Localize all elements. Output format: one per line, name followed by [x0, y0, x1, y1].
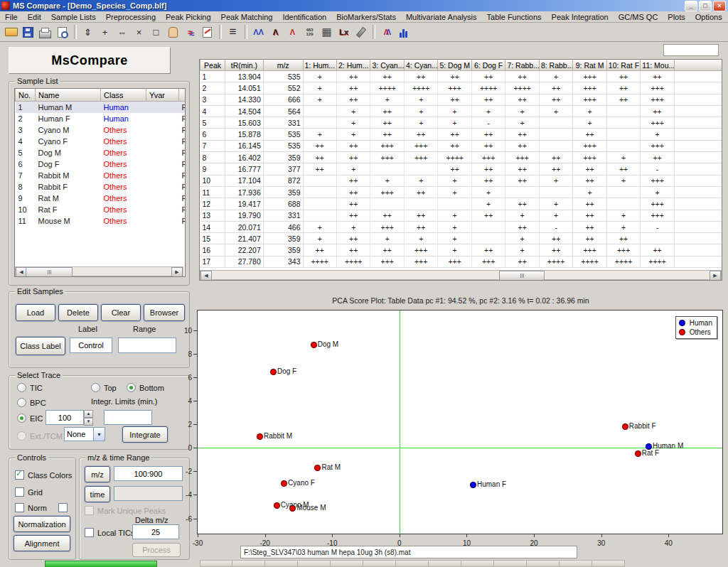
- grid-checkbox[interactable]: Grid: [15, 487, 43, 497]
- peak-row[interactable]: 1521.407359+++++++++++++: [200, 233, 722, 244]
- eic-mz-input[interactable]: 100: [46, 410, 84, 425]
- peak-col-header[interactable]: 9: Rat M: [573, 60, 606, 71]
- mz-range-input[interactable]: 100:900: [114, 466, 183, 481]
- chromatogram-icon[interactable]: ΛΛ: [250, 24, 267, 40]
- menu-options[interactable]: Options: [690, 13, 727, 21]
- table-grid-icon[interactable]: ▦: [318, 24, 335, 40]
- clear-button[interactable]: Clear: [101, 304, 141, 321]
- edit-trace-icon[interactable]: [199, 24, 215, 40]
- pan-cross-icon[interactable]: +: [97, 24, 113, 40]
- sample-row-dog-m[interactable]: 5Dog MOthersF: [16, 147, 186, 158]
- sample-row-cyano-m[interactable]: 3Cyano MOthersF: [16, 124, 186, 136]
- scroll-right-arrow-icon[interactable]: ▶: [171, 267, 183, 277]
- range-input[interactable]: [118, 338, 176, 353]
- peak-row[interactable]: 816.402359++++++++++++++++++++++++++++: [200, 152, 722, 163]
- menu-plots[interactable]: Plots: [663, 13, 690, 21]
- peak-row[interactable]: 1017.104872++++++++++++++++: [200, 175, 722, 186]
- peak-col-header[interactable]: 8: Rabb...: [539, 60, 572, 71]
- top-radio[interactable]: Top: [91, 383, 117, 392]
- peak-row[interactable]: 1420.071466++++++++++-+++-: [200, 221, 722, 232]
- zoom-window-icon[interactable]: □: [148, 24, 164, 40]
- peak-col-header[interactable]: 1: Hum...: [303, 60, 336, 71]
- peak-table-header[interactable]: PeaktR(min.)m/z1: Hum...2: Hum...3: Cyan…: [200, 60, 722, 71]
- menu-sample-lists[interactable]: Sample Lists: [46, 13, 101, 21]
- menu-multivariate-analysis[interactable]: Multivariate Analysis: [401, 13, 482, 21]
- preview-icon[interactable]: [54, 24, 70, 40]
- pan-hand-icon[interactable]: [165, 24, 181, 40]
- sample-col-header[interactable]: Name: [36, 89, 101, 102]
- fit-vertical-icon[interactable]: ⇕: [80, 24, 96, 40]
- close-button[interactable]: ×: [713, 1, 726, 11]
- overlay-traces-icon[interactable]: ≈: [182, 24, 198, 40]
- thick-bars-icon[interactable]: ≡: [225, 24, 241, 40]
- peak-col-header[interactable]: 10: Rat F: [606, 60, 640, 71]
- time-button[interactable]: time: [85, 486, 110, 502]
- sample-row-rat-m[interactable]: 9Rat MOthersF: [16, 193, 186, 204]
- print-icon[interactable]: [37, 24, 53, 40]
- bpc-radio[interactable]: BPC: [17, 398, 46, 407]
- trace-dropdown[interactable]: None: [64, 427, 105, 441]
- sample-list-hscrollbar[interactable]: ◀ ▶: [15, 266, 183, 276]
- open-folder-icon[interactable]: [3, 24, 19, 40]
- sample-col-header[interactable]: No.: [16, 89, 36, 102]
- bar-chart-icon[interactable]: [395, 24, 412, 40]
- peak-magnify-icon[interactable]: Λ: [267, 24, 284, 40]
- peak-col-header[interactable]: m/z: [263, 60, 303, 71]
- label-input[interactable]: Control: [70, 338, 112, 353]
- sample-col-header[interactable]: Class: [101, 89, 146, 102]
- sample-row-human-f[interactable]: 2Human FHumanF: [16, 113, 186, 124]
- sample-row-human-m[interactable]: 1Human MHumanF: [16, 102, 186, 114]
- peak-col-header[interactable]: Peak: [200, 60, 225, 71]
- peak-row[interactable]: 1622.207359+++++++++++++++++++++++: [200, 244, 722, 256]
- eic-radio[interactable]: EIC: [17, 414, 43, 423]
- class-label-button[interactable]: Class Label: [16, 337, 65, 355]
- menu-peak-picking[interactable]: Peak Picking: [161, 13, 216, 21]
- menu-identification[interactable]: Identification: [277, 13, 331, 21]
- peak-row[interactable]: 1117.936359+++++++++++: [200, 186, 722, 198]
- sample-row-rat-f[interactable]: 10Rat FOthersF: [16, 204, 186, 215]
- load-button[interactable]: Load: [16, 304, 55, 321]
- peak-col-header[interactable]: 3: Cyan...: [370, 60, 404, 71]
- peak-annotate-icon[interactable]: Λ: [284, 24, 301, 40]
- menu-preprocessing[interactable]: Preprocessing: [101, 13, 161, 21]
- peak-col-header[interactable]: 6: Dog F: [471, 60, 505, 71]
- bottom-radio[interactable]: Bottom: [127, 383, 164, 392]
- class-colors-checkbox[interactable]: Class Colors: [15, 470, 72, 480]
- eic-spinner[interactable]: ▲▼: [84, 410, 93, 425]
- maximize-button[interactable]: □: [699, 1, 712, 11]
- extra-checkbox[interactable]: [58, 503, 68, 512]
- peak-row[interactable]: 615.878535+++++++++++++++: [200, 129, 722, 140]
- save-icon[interactable]: [20, 24, 36, 40]
- scrollbar-thumb[interactable]: [499, 271, 545, 281]
- peak-col-header[interactable]: 7: Rabb...: [505, 60, 539, 71]
- peak-row[interactable]: 314.330666+++++++++++++++++++++: [200, 94, 722, 105]
- peak-col-header[interactable]: tR(min.): [225, 60, 264, 71]
- peak-row[interactable]: 1319.790331+++++++++++++++++: [200, 210, 722, 221]
- norm-checkbox[interactable]: Norm: [15, 503, 47, 512]
- file-path-textbox[interactable]: F:\Steg_SLV347\03 human M hepa 10ug 3h (…: [240, 546, 577, 558]
- fit-horizontal-icon[interactable]: ⇔: [114, 24, 130, 40]
- scrollbar-thumb[interactable]: [26, 267, 73, 277]
- peak-row[interactable]: 214.051552++++++++++++++++++++++++++++++…: [200, 82, 722, 94]
- tic-radio[interactable]: TIC: [17, 383, 43, 392]
- peak-row[interactable]: 515.603331+++++-+++++: [200, 117, 722, 129]
- peak-row[interactable]: 916.777377+++++++++++++++-: [200, 163, 722, 175]
- sample-row-dog-f[interactable]: 6Dog FOthersF: [16, 158, 186, 170]
- menu-gc-ms-qc[interactable]: GC/MS QC: [614, 13, 663, 21]
- labels-plot-icon[interactable]: Lx: [336, 24, 352, 40]
- sample-row-mouse-m[interactable]: 11Mouse MOthersF: [16, 215, 186, 227]
- menu-peak-matching[interactable]: Peak Matching: [216, 13, 278, 21]
- dropper-icon[interactable]: [353, 24, 369, 40]
- peak-col-header[interactable]: 5: Dog M: [438, 60, 471, 71]
- peak-col-header[interactable]: 11: Mou...: [641, 60, 674, 71]
- minimize-button[interactable]: _: [685, 1, 697, 11]
- integr-limits-input[interactable]: [104, 410, 152, 425]
- delete-button[interactable]: Delete: [58, 304, 98, 321]
- top-right-textbox[interactable]: [663, 44, 719, 56]
- mz-button[interactable]: m/z: [85, 466, 110, 482]
- local-tics-checkbox[interactable]: Local TICs: [85, 528, 134, 537]
- menu-file[interactable]: File: [0, 13, 23, 21]
- scroll-left-arrow-icon[interactable]: ◀: [200, 271, 212, 281]
- peak-table-hscrollbar[interactable]: ◀ ▶: [200, 270, 722, 280]
- peak-row[interactable]: 1219.417688+++++++++++: [200, 198, 722, 210]
